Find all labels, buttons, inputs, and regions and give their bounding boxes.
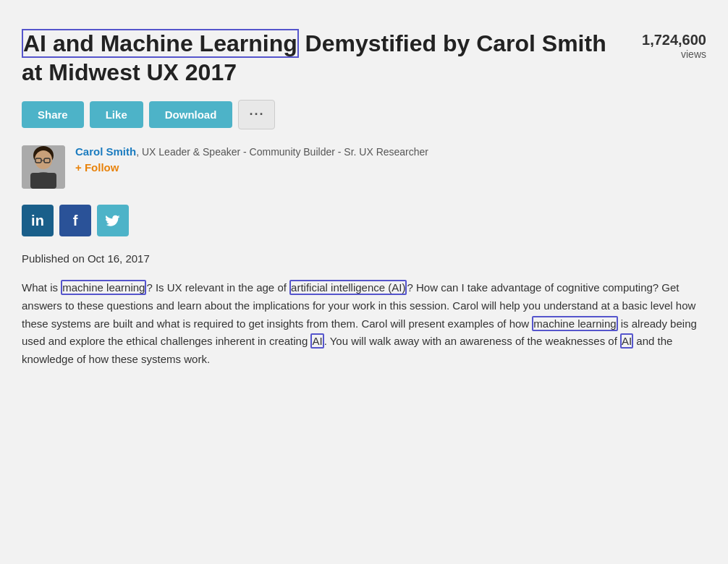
views-count: 1,724,600 (634, 32, 706, 48)
title-block: AI and Machine Learning Demystified by C… (22, 29, 634, 87)
linkedin-button[interactable]: in (22, 205, 54, 236)
keyword-ai-2[interactable]: AI (310, 333, 323, 349)
author-name-bio: Carol Smith, UX Leader & Speaker - Commu… (75, 145, 428, 158)
header-row: AI and Machine Learning Demystified by C… (22, 29, 706, 87)
keyword-machine-learning-1[interactable]: machine learning (61, 280, 146, 295)
published-date: Published on Oct 16, 2017 (22, 252, 706, 265)
social-row: in f (22, 205, 706, 236)
author-info: Carol Smith, UX Leader & Speaker - Commu… (75, 145, 428, 174)
views-label: views (681, 48, 706, 60)
keyword-ai-3[interactable]: AI (620, 333, 633, 349)
views-block: 1,724,600 views (634, 29, 706, 60)
page-container: AI and Machine Learning Demystified by C… (14, 22, 714, 390)
download-button[interactable]: Download (149, 101, 233, 128)
desc-text-after-ml: ? Is UX relevant in the age of (146, 281, 289, 294)
twitter-button[interactable] (97, 205, 129, 236)
desc-text-before-ml: What is (22, 281, 61, 294)
more-button[interactable]: ··· (238, 100, 275, 129)
author-row: Carol Smith, UX Leader & Speaker - Commu… (22, 145, 706, 189)
follow-button[interactable]: + Follow (75, 161, 428, 174)
actions-row: Share Like Download ··· (22, 100, 706, 129)
author-name[interactable]: Carol Smith (75, 145, 136, 158)
share-button[interactable]: Share (22, 101, 84, 128)
desc-text-after-ai2: . You will walk away with an awareness o… (324, 335, 620, 347)
like-button[interactable]: Like (90, 101, 143, 128)
title-highlighted-part: AI and Machine Learning (22, 29, 299, 58)
description: What is machine learning? Is UX relevant… (22, 279, 706, 369)
author-bio: , UX Leader & Speaker - Community Builde… (136, 146, 428, 158)
page-title: AI and Machine Learning Demystified by C… (22, 29, 619, 87)
keyword-ai-1[interactable]: artificial intelligence (AI) (289, 280, 407, 295)
keyword-machine-learning-2[interactable]: machine learning (532, 316, 617, 331)
facebook-button[interactable]: f (59, 205, 91, 236)
avatar (22, 145, 65, 189)
svg-rect-7 (30, 173, 56, 189)
